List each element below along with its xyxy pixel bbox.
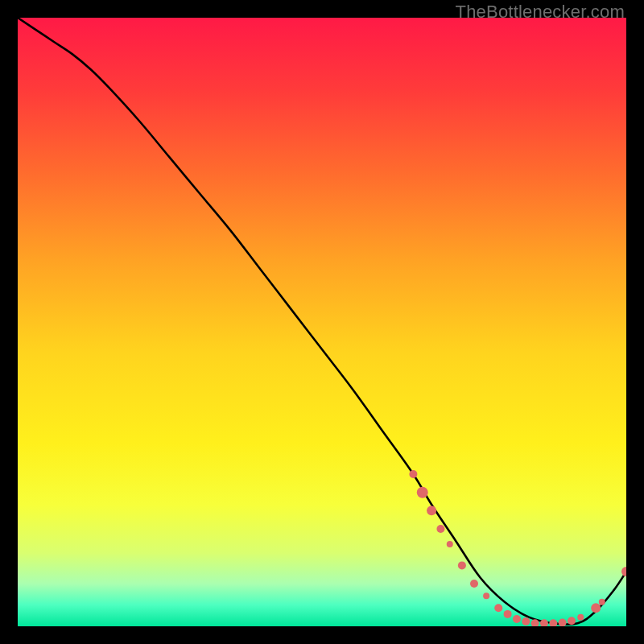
bottleneck-chart <box>18 18 626 626</box>
gradient-background <box>18 18 626 626</box>
highlight-marker <box>559 618 567 626</box>
highlight-marker <box>417 487 428 498</box>
highlight-marker <box>427 506 436 515</box>
highlight-marker <box>577 614 584 621</box>
highlight-marker <box>447 541 453 547</box>
highlight-marker <box>458 561 466 569</box>
highlight-marker <box>436 525 444 533</box>
highlight-marker <box>522 617 530 625</box>
highlight-marker <box>494 604 502 612</box>
highlight-marker <box>409 470 417 478</box>
highlight-marker <box>470 580 478 588</box>
highlight-marker <box>591 603 601 613</box>
highlight-marker <box>513 615 521 623</box>
highlight-marker <box>568 617 576 625</box>
highlight-marker <box>504 610 512 618</box>
highlight-marker <box>599 599 605 605</box>
highlight-marker <box>483 592 489 599</box>
chart-frame <box>18 18 626 626</box>
